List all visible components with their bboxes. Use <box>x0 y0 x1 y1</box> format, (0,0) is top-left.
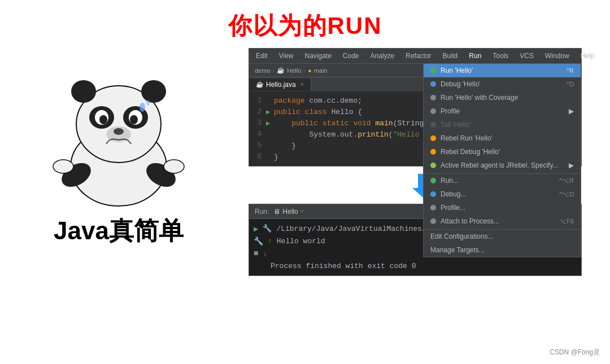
terminal-tab-label: Hello <box>282 208 298 216</box>
terminal-tab-close[interactable]: × <box>300 208 304 214</box>
breadcrumb-hello: Hello <box>287 67 301 74</box>
page-title: 你以为的RUN <box>0 0 610 42</box>
dropdown-attach[interactable]: Attach to Process... ⌥F8 <box>424 214 581 228</box>
left-section: Java真简单 <box>17 56 220 248</box>
dropdown-active-rebel[interactable]: Active Rebel agent is JRebel. Specify...… <box>424 159 581 172</box>
svg-point-15 <box>114 128 124 135</box>
run-label: Run: <box>255 208 269 216</box>
shortcut-run-any: ^⌥R <box>559 177 574 185</box>
shortcut-debug: ^D <box>567 81 574 87</box>
terminal-hello-text: Hello world <box>277 237 325 245</box>
menu-vcs[interactable]: VCS <box>517 51 536 61</box>
dropdown-item-label: Attach to Process... <box>441 217 499 225</box>
file-tab-hello[interactable]: ☕ Hello.java × <box>249 78 311 91</box>
arrow-icon: ▶ <box>569 107 574 115</box>
file-tab-label: Hello.java <box>266 81 296 89</box>
arrow-icon-rebel: ▶ <box>569 161 574 169</box>
dropdown-debug-hello[interactable]: Debug 'Hello' ^D <box>424 77 581 91</box>
dropdown-run-hello[interactable]: Run 'Hello' ^R <box>424 64 581 77</box>
svg-point-18 <box>140 103 145 112</box>
terminal-line-4: Process finished with exit code 0 <box>254 260 577 272</box>
dropdown-run-coverage[interactable]: Run 'Hello' with Coverage <box>424 91 581 104</box>
menu-analyze[interactable]: Analyze <box>368 51 397 61</box>
svg-point-19 <box>146 100 150 106</box>
menu-navigate[interactable]: Navigate <box>302 51 333 61</box>
menu-help[interactable]: Help <box>578 51 597 61</box>
svg-point-13 <box>130 115 138 124</box>
svg-point-3 <box>53 160 73 173</box>
run-dropdown-menu: Run 'Hello' ^R Debug 'Hello' ^D Run 'Hel… <box>423 63 581 257</box>
debug-icon <box>430 81 436 87</box>
dropdown-item-label: Run 'Hello' with Coverage <box>441 94 518 102</box>
dropdown-item-label: Debug... <box>441 190 466 198</box>
dropdown-run-any[interactable]: Run... ^⌥R <box>424 173 581 187</box>
dropdown-item-label: Active Rebel agent is JRebel. Specify... <box>441 161 559 169</box>
svg-point-7 <box>141 80 166 103</box>
dropdown-item-label: Profile... <box>441 204 465 212</box>
profile-icon <box>430 108 436 114</box>
panda-image <box>45 56 192 209</box>
dropdown-edit-config[interactable]: Edit Configurations... <box>424 229 581 243</box>
dropdown-rebel-debug[interactable]: Rebel Debug 'Hello' <box>424 145 581 159</box>
dropdown-item-label: Profile <box>441 107 460 115</box>
rebel-active-icon <box>430 163 436 168</box>
debug-any-icon <box>430 191 436 197</box>
menu-refactor[interactable]: Refactor <box>403 51 433 61</box>
dropdown-profile-any[interactable]: Profile... <box>424 201 581 214</box>
terminal-up-arrow: ↑ <box>268 237 272 245</box>
terminal-path-icon: 🔧 <box>263 224 272 233</box>
dropdown-debug-any[interactable]: Debug... ^⌥D <box>424 187 581 201</box>
coverage-icon <box>430 95 436 100</box>
dropdown-profile[interactable]: Profile ▶ <box>424 104 581 118</box>
dropdown-item-label: Debug 'Hello' <box>441 80 481 88</box>
breadcrumb-icon-hello: ☕ <box>277 67 285 74</box>
menu-view[interactable]: View <box>277 51 296 61</box>
terminal-tab-hello[interactable]: 🖥 Hello × <box>273 208 303 216</box>
menu-run[interactable]: Run <box>467 51 483 61</box>
rebel-debug-icon <box>430 149 436 155</box>
dropdown-item-label: Edit Configurations... <box>430 233 493 240</box>
shortcut-debug-any: ^⌥D <box>559 191 574 198</box>
ide-window: Edit View Navigate Code Analyze Refactor… <box>249 48 582 166</box>
dropdown-item-label: Run... <box>441 177 459 185</box>
file-icon: ☕ <box>256 81 264 88</box>
menu-tools[interactable]: Tools <box>490 51 511 61</box>
wrench-icon: 🔧 <box>254 236 263 246</box>
breadcrumb-icon-main: ● <box>308 67 312 74</box>
menu-code[interactable]: Code <box>341 51 361 61</box>
breadcrumb-main: main <box>314 67 328 74</box>
right-section: Edit View Navigate Code Analyze Refactor… <box>249 48 599 276</box>
dropdown-item-label: Rebel Debug 'Hello' <box>441 148 500 156</box>
shortcut-run: ^R <box>567 67 574 74</box>
rebel-icon <box>430 135 436 141</box>
dropdown-item-label: Manage Targets... <box>430 246 485 254</box>
menu-edit[interactable]: Edit <box>254 51 270 61</box>
dropdown-item-label: Run 'Hello' <box>441 67 473 74</box>
terminal-tab-icon: 🖥 <box>273 208 280 216</box>
tail-icon <box>430 122 436 128</box>
terminal-process-text: Process finished with exit code 0 <box>271 262 416 270</box>
menu-build[interactable]: Build <box>441 51 460 61</box>
terminal-down-arrow: ↓ <box>263 249 267 258</box>
play-icon: ▶ <box>254 224 258 234</box>
dropdown-tail[interactable]: Tail 'Hello' <box>424 118 581 131</box>
menu-window[interactable]: Window <box>543 51 572 61</box>
breadcrumb-demo: demo <box>255 67 271 74</box>
attach-icon <box>430 218 436 224</box>
profile-any-icon <box>430 205 436 210</box>
stop-icon: ■ <box>254 249 258 258</box>
dropdown-rebel-run[interactable]: Rebel Run 'Hello' <box>424 131 581 145</box>
run-icon <box>430 68 436 73</box>
shortcut-attach: ⌥F8 <box>559 218 574 225</box>
run-any-icon <box>430 178 436 183</box>
svg-point-4 <box>164 160 184 173</box>
java-label: Java真简单 <box>54 214 184 248</box>
menu-bar: Edit View Navigate Code Analyze Refactor… <box>249 49 581 63</box>
watermark: CSDN @Fong灵 <box>550 348 600 357</box>
svg-point-6 <box>71 80 96 103</box>
close-icon[interactable]: × <box>300 81 304 87</box>
dropdown-manage-targets[interactable]: Manage Targets... <box>424 243 581 257</box>
svg-point-12 <box>99 115 107 124</box>
dropdown-item-label: Tail 'Hello' <box>441 121 470 129</box>
dropdown-item-label: Rebel Run 'Hello' <box>441 134 493 142</box>
